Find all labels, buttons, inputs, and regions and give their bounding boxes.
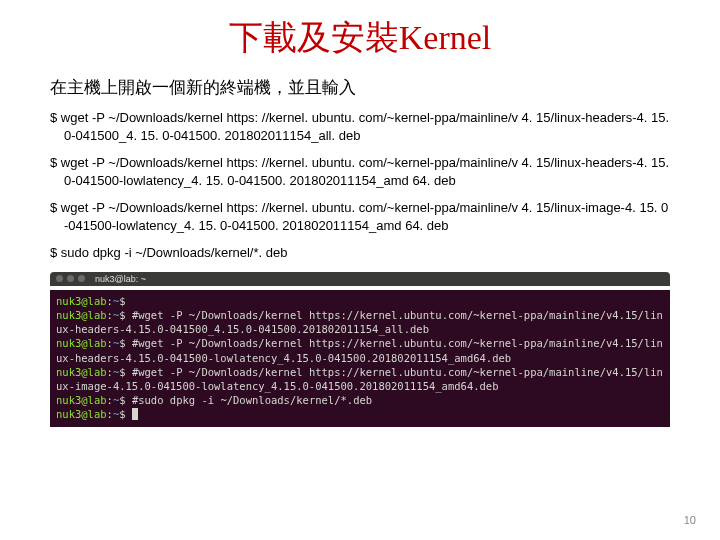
terminal-line: nuk3@lab:~$ (56, 407, 664, 421)
command-line: $ sudo dpkg -i ~/Downloads/kernel/*. deb (50, 244, 670, 262)
terminal-title: nuk3@lab: ~ (95, 274, 146, 284)
window-control-icon (78, 275, 85, 282)
terminal-line: nuk3@lab:~$ #sudo dpkg -i ~/Downloads/ke… (56, 393, 664, 407)
page-number: 10 (684, 514, 696, 526)
slide: 下載及安裝Kernel 在主機上開啟一個新的終端機，並且輸入 $ wget -P… (0, 0, 720, 427)
title-cjk: 下載及安裝 (229, 19, 399, 56)
terminal-body: nuk3@lab:~$ nuk3@lab:~$ #wget -P ~/Downl… (50, 290, 670, 428)
terminal-line: nuk3@lab:~$ #wget -P ~/Downloads/kernel … (56, 365, 664, 393)
title-latin: Kernel (399, 19, 492, 56)
command-line: $ wget -P ~/Downloads/kernel https: //ke… (50, 109, 670, 144)
command-line: $ wget -P ~/Downloads/kernel https: //ke… (50, 154, 670, 189)
cursor-icon (132, 408, 138, 420)
terminal-titlebar: nuk3@lab: ~ (50, 272, 670, 286)
command-line: $ wget -P ~/Downloads/kernel https: //ke… (50, 199, 670, 234)
window-control-icon (56, 275, 63, 282)
terminal-line: nuk3@lab:~$ (56, 294, 664, 308)
terminal-line: nuk3@lab:~$ #wget -P ~/Downloads/kernel … (56, 336, 664, 364)
terminal-line: nuk3@lab:~$ #wget -P ~/Downloads/kernel … (56, 308, 664, 336)
subtitle: 在主機上開啟一個新的終端機，並且輸入 (50, 76, 670, 99)
window-control-icon (67, 275, 74, 282)
terminal-window: nuk3@lab: ~ nuk3@lab:~$ nuk3@lab:~$ #wge… (50, 272, 670, 428)
slide-title: 下載及安裝Kernel (50, 15, 670, 61)
